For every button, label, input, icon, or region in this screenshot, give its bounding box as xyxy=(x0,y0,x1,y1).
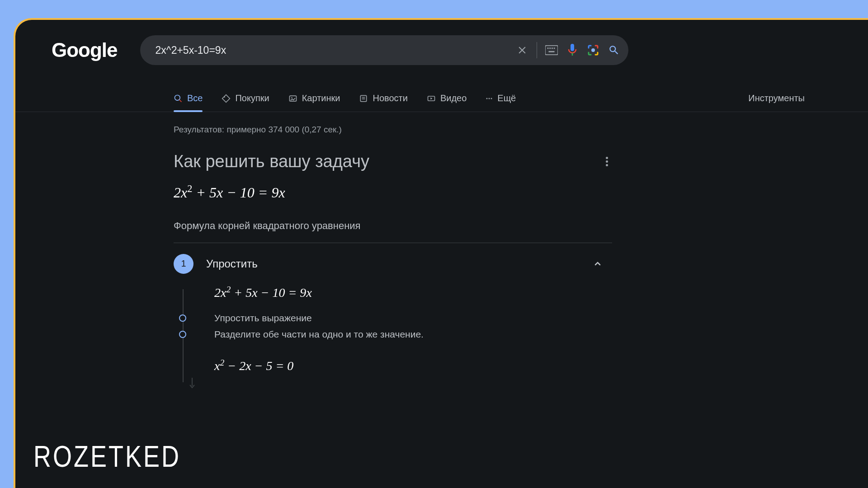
tab-tools[interactable]: Инструменты xyxy=(748,93,805,103)
method-label: Формула корней квадратного уравнения xyxy=(174,220,639,243)
step-marker-icon xyxy=(179,314,186,322)
tab-shopping-label: Покупки xyxy=(235,93,269,103)
substep-2-text: Разделите обе части на одно и то же знач… xyxy=(196,329,424,340)
tab-video[interactable]: Видео xyxy=(427,85,467,112)
svg-rect-0 xyxy=(545,46,558,55)
solver-title: Как решить вашу задачу xyxy=(174,152,369,171)
tab-news-label: Новости xyxy=(373,93,407,103)
tab-more[interactable]: Ещё xyxy=(486,85,516,112)
tab-more-label: Ещё xyxy=(497,93,516,103)
chevron-up-icon xyxy=(592,258,603,269)
search-bar xyxy=(140,35,628,65)
tabs-row: Все Покупки Картинки Новости Видео Ещё И… xyxy=(15,85,868,112)
step-badge: 1 xyxy=(174,254,193,274)
tab-images-label: Картинки xyxy=(302,93,340,103)
svg-line-10 xyxy=(179,99,182,102)
step-eq-start: 2x2 + 5x − 10 = 9x xyxy=(214,285,639,300)
step-marker-icon xyxy=(179,331,186,338)
divider xyxy=(174,243,612,243)
tab-video-label: Видео xyxy=(440,93,467,103)
tab-shopping[interactable]: Покупки xyxy=(222,85,269,112)
divider xyxy=(537,42,537,58)
substep-1-text: Упростить выражение xyxy=(196,313,312,324)
tab-all[interactable]: Все xyxy=(174,85,203,112)
keyboard-icon[interactable] xyxy=(545,44,558,56)
solver-header: Как решить вашу задачу xyxy=(174,152,639,171)
svg-rect-3 xyxy=(552,47,553,49)
step-1-title: Упростить xyxy=(206,258,580,270)
google-logo[interactable]: Google xyxy=(52,39,118,61)
svg-point-19 xyxy=(489,98,490,99)
app-window: Google Все По xyxy=(14,18,868,488)
svg-point-9 xyxy=(175,95,180,100)
tab-images[interactable]: Картинки xyxy=(288,85,340,112)
substep-1[interactable]: Упростить выражение xyxy=(179,313,604,324)
svg-point-11 xyxy=(224,96,226,98)
arrow-down-icon xyxy=(189,378,195,389)
step-1-body: 2x2 + 5x − 10 = 9x Упростить выражение Р… xyxy=(183,285,639,374)
watermark: ROZETKED xyxy=(33,438,181,474)
svg-point-8 xyxy=(591,48,595,52)
search-icon[interactable] xyxy=(608,44,620,56)
step-1-header[interactable]: 1 Упростить xyxy=(174,254,639,274)
svg-point-20 xyxy=(491,98,492,99)
results-stats: Результатов: примерно 374 000 (0,27 сек.… xyxy=(174,125,639,135)
svg-rect-2 xyxy=(549,47,551,49)
svg-point-13 xyxy=(291,97,292,99)
step-eq-result: x2 − 2x − 5 = 0 xyxy=(214,358,639,373)
clear-icon[interactable] xyxy=(516,44,528,56)
more-options-icon[interactable] xyxy=(601,156,612,167)
svg-rect-6 xyxy=(571,44,574,51)
substep-2[interactable]: Разделите обе части на одно и то же знач… xyxy=(179,329,604,340)
results-content: Результатов: примерно 374 000 (0,27 сек.… xyxy=(15,112,639,373)
microphone-icon[interactable] xyxy=(566,44,579,56)
svg-point-18 xyxy=(486,98,488,99)
svg-rect-1 xyxy=(547,47,548,49)
tab-news[interactable]: Новости xyxy=(359,85,407,112)
svg-rect-5 xyxy=(548,51,554,52)
search-input[interactable] xyxy=(156,44,508,56)
lens-icon[interactable] xyxy=(587,44,599,56)
header: Google xyxy=(15,20,868,65)
tab-all-label: Все xyxy=(187,93,203,103)
equation-display: 2x2 + 5x − 10 = 9x xyxy=(174,183,639,201)
svg-rect-4 xyxy=(553,47,555,49)
